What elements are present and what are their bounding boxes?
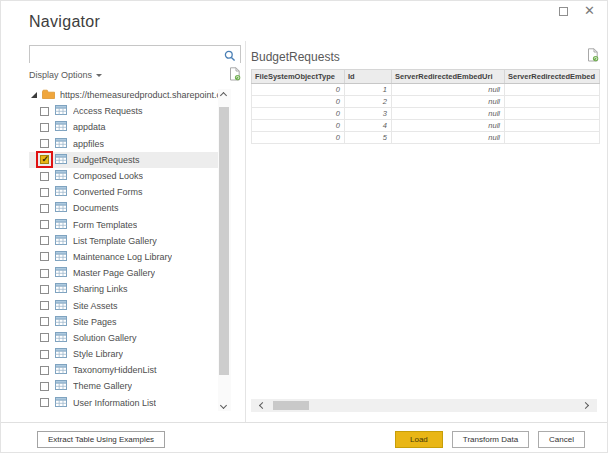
tree-item-checkbox-wrap — [40, 285, 49, 294]
chevron-down-icon[interactable] — [96, 74, 102, 77]
tree-item-label: Form Templates — [73, 220, 137, 230]
table-icon — [55, 348, 67, 360]
scroll-left-icon[interactable] — [259, 402, 266, 409]
scroll-down-icon[interactable] — [220, 402, 227, 409]
extract-table-button[interactable]: Extract Table Using Examples — [37, 431, 165, 448]
tree-item[interactable]: appdata — [29, 119, 218, 135]
table-icon — [55, 105, 67, 117]
expand-collapse-icon[interactable] — [31, 92, 37, 98]
tree-item-label: TaxonomyHiddenList — [73, 365, 157, 375]
tree-item-checkbox-wrap — [40, 220, 49, 229]
display-options-label[interactable]: Display Options — [29, 70, 92, 80]
tree-item-checkbox-wrap — [40, 350, 49, 359]
tree-item-checkbox[interactable] — [40, 188, 49, 197]
tree-item[interactable]: Solution Gallery — [29, 330, 218, 346]
table-cell: 0 — [252, 108, 345, 120]
tree-item[interactable]: Sharing Links — [29, 281, 218, 297]
scrollbar-thumb[interactable] — [273, 401, 309, 410]
tree-item[interactable]: Form Templates — [29, 217, 218, 233]
checkbox-annotation — [36, 151, 53, 168]
table-icon — [55, 219, 67, 231]
table-row[interactable]: 0 5 null — [252, 132, 600, 144]
tree-item-checkbox[interactable] — [40, 317, 49, 326]
refresh-preview-icon[interactable] — [229, 67, 241, 83]
column-header[interactable]: ServerRedirectedEmbed — [505, 70, 600, 84]
column-header[interactable]: ServerRedirectedEmbedUri — [392, 70, 505, 84]
tree-item-checkbox[interactable] — [40, 382, 49, 391]
tree-items: Access Requests appdata — [29, 103, 241, 411]
tree-item[interactable]: Converted Forms — [29, 184, 218, 200]
tree-item-label: Master Page Gallery — [73, 268, 155, 278]
table-icon — [55, 397, 67, 409]
tree-item[interactable]: BudgetRequests — [29, 152, 218, 168]
tree-item-checkbox[interactable] — [40, 333, 49, 342]
tree-item-checkbox[interactable] — [40, 123, 49, 132]
table-cell: 5 — [345, 132, 392, 144]
tree-item-checkbox-wrap — [40, 155, 49, 164]
tree-item[interactable]: Access Requests — [29, 103, 218, 119]
tree-item-checkbox[interactable] — [40, 350, 49, 359]
tree-item[interactable]: Theme Gallery — [29, 378, 218, 394]
tree-item-checkbox[interactable] — [40, 301, 49, 310]
table-row[interactable]: 0 2 null — [252, 96, 600, 108]
tree-item-checkbox[interactable] — [40, 285, 49, 294]
tree-item[interactable]: List Template Gallery — [29, 233, 218, 249]
tree-item-checkbox-wrap — [40, 398, 49, 407]
tree-item[interactable]: Documents — [29, 200, 218, 216]
tree-item-checkbox-wrap — [40, 188, 49, 197]
tree-item[interactable]: appfiles — [29, 136, 218, 152]
tree-root-node[interactable]: https://themeasuredproduct.sharepoint.co… — [29, 87, 218, 103]
table-row[interactable]: 0 3 null — [252, 108, 600, 120]
tree-item[interactable]: TaxonomyHiddenList — [29, 362, 218, 378]
scroll-right-icon[interactable] — [582, 402, 589, 409]
search-input[interactable] — [30, 49, 240, 65]
refresh-preview-icon[interactable] — [587, 48, 599, 66]
tree-item[interactable]: Style Library — [29, 346, 218, 362]
tree-vertical-scrollbar[interactable] — [218, 89, 231, 411]
tree-item-label: Access Requests — [73, 106, 143, 116]
transform-data-button[interactable]: Transform Data — [452, 431, 529, 448]
tree-item[interactable]: Site Pages — [29, 314, 218, 330]
tree-item-checkbox[interactable] — [40, 139, 49, 148]
scroll-up-icon[interactable] — [220, 92, 227, 99]
preview-horizontal-scrollbar[interactable] — [251, 399, 597, 412]
load-button[interactable]: Load — [395, 431, 443, 448]
maximize-icon[interactable] — [559, 7, 568, 16]
table-cell: 4 — [345, 120, 392, 132]
cancel-button[interactable]: Cancel — [538, 431, 585, 448]
tree-item-checkbox[interactable] — [40, 398, 49, 407]
table-icon — [55, 300, 67, 312]
table-row[interactable]: 0 4 null — [252, 120, 600, 132]
column-header[interactable]: FileSystemObjectType — [252, 70, 345, 84]
tree-item-checkbox[interactable] — [40, 107, 49, 116]
table-icon — [55, 316, 67, 328]
tree-item[interactable]: Master Page Gallery — [29, 265, 218, 281]
tree-item-checkbox[interactable] — [40, 269, 49, 278]
tree-item-checkbox[interactable] — [40, 204, 49, 213]
table-cell — [505, 96, 600, 108]
search-icon[interactable] — [224, 48, 236, 66]
table-row[interactable]: 0 1 null — [252, 84, 600, 96]
table-icon — [55, 121, 67, 133]
tree-item[interactable]: User Information List — [29, 395, 218, 411]
close-icon[interactable]: ✕ — [584, 6, 595, 16]
tree-item-checkbox-wrap — [40, 366, 49, 375]
tree-item-checkbox[interactable] — [40, 172, 49, 181]
tree-item-checkbox[interactable] — [40, 366, 49, 375]
scrollbar-thumb[interactable] — [219, 107, 229, 375]
tree-item[interactable]: Site Assets — [29, 297, 218, 313]
tree-item-checkbox-wrap — [40, 269, 49, 278]
table-cell: 0 — [252, 96, 345, 108]
column-header[interactable]: Id — [345, 70, 392, 84]
tree-item[interactable]: Composed Looks — [29, 168, 218, 184]
tree-item[interactable]: Maintenance Log Library — [29, 249, 218, 265]
table-cell: null — [392, 132, 505, 144]
tree-item-label: appfiles — [73, 139, 104, 149]
table-cell — [505, 132, 600, 144]
tree-item-label: User Information List — [73, 398, 156, 408]
preview-table-body: 0 1 null 0 2 null 0 3 null 0 4 null 0 5 … — [252, 84, 600, 144]
tree-item-checkbox[interactable] — [40, 236, 49, 245]
tree-item-checkbox[interactable] — [40, 252, 49, 261]
tree-item-checkbox[interactable] — [40, 220, 49, 229]
folder-icon — [42, 89, 55, 101]
